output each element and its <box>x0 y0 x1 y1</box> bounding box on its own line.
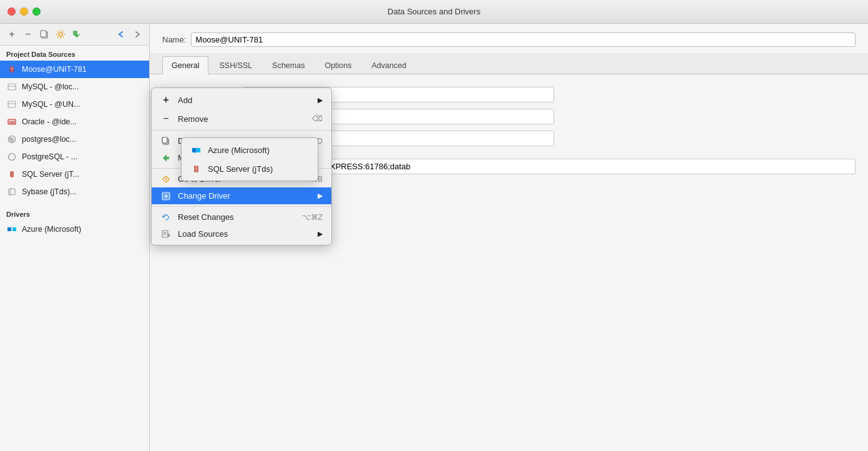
list-item-label: postgres@loc... <box>22 135 76 144</box>
submenu-item-azure[interactable]: Azure (Microsoft) <box>182 141 318 159</box>
list-item[interactable]: SQL Server (jT... <box>0 166 149 183</box>
azure-icon <box>190 144 202 156</box>
arrow-icon: ▶ <box>318 192 323 200</box>
tabs-bar: General SSH/SSL Schemas Options Advanced <box>150 53 868 74</box>
window-controls <box>7 7 41 16</box>
list-item-label: MySQL - @UN... <box>22 100 80 109</box>
postgres-icon: 🐘 <box>6 134 17 145</box>
reset-icon <box>160 213 172 222</box>
remove-button[interactable]: − <box>21 27 35 41</box>
menu-item-remove[interactable]: − Remove ⌫ <box>152 109 331 128</box>
toolbar: + − <box>0 24 149 46</box>
svg-rect-15 <box>9 189 15 195</box>
svg-text:🐘: 🐘 <box>9 136 15 142</box>
list-item-label: SQL Server (jT... <box>22 170 79 179</box>
sqlserver-icon <box>190 163 202 174</box>
mysql-icon <box>6 81 17 92</box>
list-item-label: Oracle - @ide... <box>22 117 77 126</box>
svg-rect-5 <box>8 84 16 90</box>
svg-rect-18 <box>12 227 16 231</box>
add-icon: + <box>160 94 172 106</box>
submenu-label: SQL Server (jTds) <box>208 164 273 174</box>
list-item[interactable]: PostgreSQL - ... <box>0 148 149 166</box>
make-global-icon <box>160 154 172 162</box>
add-button[interactable]: + <box>5 27 19 41</box>
menu-label: Reset Changes <box>178 212 296 222</box>
back-button[interactable] <box>114 27 128 41</box>
sqlserver-icon <box>6 169 17 180</box>
list-item-label: Azure (Microsoft) <box>22 225 81 234</box>
project-section-header: Project Data Sources <box>0 46 149 61</box>
forward-button[interactable] <box>130 27 144 41</box>
datasource-list: Moose@UNIT-781 MySQL - @loc... <box>0 61 149 451</box>
drivers-section: Drivers Azure (Microsoft) <box>0 201 149 238</box>
menu-label: Load Sources <box>178 229 309 239</box>
svg-rect-17 <box>7 227 11 231</box>
tab-ssh-ssl[interactable]: SSH/SSL <box>210 56 261 74</box>
submenu: Azure (Microsoft) SQL Server (jTds) <box>181 137 318 181</box>
shortcut-text: ⌥⌘Z <box>302 213 323 222</box>
window-title: Data Sources and Drivers <box>388 7 480 16</box>
maximize-button[interactable] <box>32 7 41 16</box>
arrow-icon: ▶ <box>318 230 323 238</box>
load-sources-icon <box>160 230 172 239</box>
svg-text:OR: OR <box>9 121 16 124</box>
menu-label: Remove <box>178 114 306 124</box>
go-to-driver-icon <box>160 175 172 184</box>
list-item-label: Moose@UNIT-781 <box>22 65 87 74</box>
menu-item-load-sources[interactable]: Load Sources ▶ <box>152 226 331 242</box>
list-item-label: PostgreSQL - ... <box>22 152 77 161</box>
close-button[interactable] <box>7 7 16 16</box>
menu-separator <box>152 206 331 207</box>
menu-separator <box>152 130 331 131</box>
menu-item-reset-changes[interactable]: Reset Changes ⌥⌘Z <box>152 209 331 226</box>
svg-rect-3 <box>73 31 76 35</box>
menu-item-change-driver[interactable]: Change Driver ▶ <box>152 187 331 204</box>
list-item-label: MySQL - @loc... <box>22 82 79 91</box>
name-input[interactable] <box>191 32 856 47</box>
change-driver-icon <box>160 192 172 201</box>
tab-options[interactable]: Options <box>315 56 361 74</box>
submenu-label: Azure (Microsoft) <box>208 146 270 155</box>
svg-rect-27 <box>192 148 196 152</box>
arrow-icon: ▶ <box>318 96 323 104</box>
main-container: + − <box>0 24 868 451</box>
tab-general[interactable]: General <box>162 56 208 74</box>
menu-label: Change Driver <box>178 191 309 201</box>
shortcut-text: ⌫ <box>312 114 323 123</box>
duplicate-button[interactable] <box>37 27 51 41</box>
list-item[interactable]: Azure (Microsoft) <box>0 221 149 238</box>
azure-icon <box>6 224 17 235</box>
submenu-item-sqlserver[interactable]: SQL Server (jTds) <box>182 159 318 178</box>
minimize-button[interactable] <box>20 7 28 16</box>
sybase-icon <box>6 186 17 197</box>
menu-item-add[interactable]: + Add ▶ <box>152 91 331 109</box>
configure-button[interactable] <box>54 27 67 41</box>
remove-icon: − <box>160 113 172 124</box>
list-item[interactable]: MySQL - @UN... <box>0 96 149 113</box>
name-row: Name: <box>150 24 868 53</box>
list-item[interactable]: 🐘 postgres@loc... <box>0 131 149 148</box>
name-label: Name: <box>162 35 186 44</box>
duplicate-icon <box>160 137 172 146</box>
title-bar: Data Sources and Drivers <box>0 0 868 24</box>
nav-buttons <box>114 27 144 41</box>
list-item[interactable]: OR Oracle - @ide... <box>0 113 149 131</box>
svg-point-22 <box>165 178 167 180</box>
svg-point-2 <box>59 32 62 36</box>
import-button[interactable] <box>70 27 84 41</box>
list-item[interactable]: Sybase (jTds)... <box>0 183 149 201</box>
list-item-label: Sybase (jTds)... <box>22 187 77 196</box>
svg-rect-7 <box>8 101 16 107</box>
list-item[interactable]: MySQL - @loc... <box>0 78 149 96</box>
sqlserver-icon <box>6 64 17 75</box>
tab-advanced[interactable]: Advanced <box>363 56 416 74</box>
svg-rect-20 <box>162 137 167 143</box>
list-item[interactable]: Moose@UNIT-781 <box>0 61 149 78</box>
drivers-section-header: Drivers <box>0 206 149 221</box>
oracle-icon: OR <box>6 116 17 127</box>
tab-schemas[interactable]: Schemas <box>263 56 314 74</box>
mysql-icon <box>6 99 17 110</box>
svg-point-14 <box>9 154 16 161</box>
svg-rect-1 <box>41 31 46 37</box>
